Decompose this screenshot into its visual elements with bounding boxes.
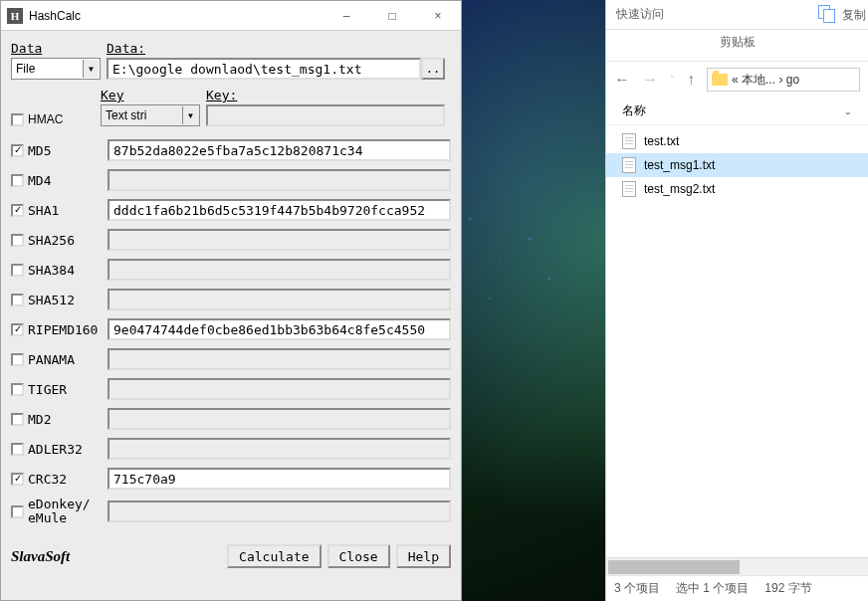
key-input[interactable] <box>206 104 445 126</box>
up-button[interactable]: ↑ <box>687 71 695 89</box>
hash-checkbox-6[interactable]: ✓ <box>11 323 24 336</box>
hash-checkbox-4[interactable] <box>11 264 24 277</box>
key-format-dropdown[interactable]: Text stri ▼ <box>101 104 200 126</box>
explorer-window: 快速访问 复制 剪贴板 ← → ˅ ↑ « 本地... › go 名称 ⌃ te… <box>605 0 868 601</box>
hash-row-sha1: ✓SHA1dddc1fa6b21b6d5c5319f447b5b4b9720fc… <box>11 196 451 224</box>
hash-row-md4: MD4 <box>11 166 451 194</box>
hash-label-3: SHA256 <box>28 233 108 248</box>
chevron-down-icon: ▼ <box>182 106 198 124</box>
hash-checkbox-7[interactable] <box>11 353 24 366</box>
hash-checkbox-9[interactable] <box>11 413 24 426</box>
hash-label-4: SHA384 <box>28 263 108 278</box>
hash-output-3[interactable] <box>108 229 451 251</box>
file-name: test.txt <box>644 134 679 148</box>
column-name-label: 名称 <box>622 102 646 119</box>
browse-button[interactable]: .. <box>421 58 445 80</box>
status-size: 192 字节 <box>764 580 811 597</box>
horizontal-scrollbar[interactable] <box>606 557 868 575</box>
hash-output-5[interactable] <box>108 289 451 310</box>
data-label: Data: <box>107 41 445 56</box>
data-path-input[interactable]: E:\google downlaod\test_msg1.txt <box>107 58 421 80</box>
hash-output-11[interactable]: 715c70a9 <box>108 468 451 490</box>
hash-checkbox-1[interactable] <box>11 174 24 187</box>
key-label: Key: <box>206 88 445 102</box>
hash-row-sha512: SHA512 <box>11 286 451 313</box>
folder-icon <box>712 74 728 86</box>
chevron-up-icon: ⌃ <box>844 105 852 116</box>
hash-label-10: ADLER32 <box>28 442 108 457</box>
hmac-checkbox[interactable] <box>11 113 24 126</box>
hash-checkbox-8[interactable] <box>11 383 24 396</box>
hash-label-1: MD4 <box>28 173 108 188</box>
hash-output-7[interactable] <box>108 348 451 370</box>
hash-checkbox-12[interactable] <box>11 505 24 518</box>
hash-checkbox-5[interactable] <box>11 294 24 306</box>
file-icon <box>622 133 636 149</box>
hash-output-12[interactable] <box>108 501 451 522</box>
hash-label-2: SHA1 <box>28 203 108 218</box>
path-crumb-0[interactable]: 本地... <box>742 72 775 89</box>
hash-output-8[interactable] <box>108 378 451 400</box>
hash-label-5: SHA512 <box>28 293 108 307</box>
file-name: test_msg2.txt <box>644 182 715 196</box>
hash-row-adler32: ADLER32 <box>11 435 451 463</box>
back-button[interactable]: ← <box>614 71 630 89</box>
hash-label-6: RIPEMD160 <box>28 322 108 337</box>
data-format-value: File <box>16 62 35 76</box>
hashcalc-window: H HashCalc – □ × Data File ▼ Data: E:\go… <box>0 0 462 601</box>
hash-label-9: MD2 <box>28 412 108 427</box>
scrollbar-thumb[interactable] <box>608 560 740 574</box>
history-dropdown[interactable]: ˅ <box>670 75 675 85</box>
hmac-label: HMAC <box>28 112 63 126</box>
close-dialog-button[interactable]: Close <box>327 544 390 568</box>
hash-output-6[interactable]: 9e0474744def0cbe86ed1bb3b63b64c8fe5c4550 <box>108 318 451 340</box>
hash-label-12: eDonkey/ eMule <box>28 498 108 526</box>
address-bar[interactable]: « 本地... › go <box>707 68 860 92</box>
quick-access-label[interactable]: 快速访问 <box>616 6 664 23</box>
ribbon-top: 快速访问 复制 <box>606 0 868 30</box>
hash-output-9[interactable] <box>108 408 451 430</box>
data-format-dropdown[interactable]: File ▼ <box>11 58 101 80</box>
hashcalc-body: Data File ▼ Data: E:\google downlaod\tes… <box>1 31 461 600</box>
hash-checkbox-3[interactable] <box>11 234 24 247</box>
hash-row-ripemd160: ✓RIPEMD1609e0474744def0cbe86ed1bb3b63b64… <box>11 315 451 343</box>
hash-label-11: CRC32 <box>28 472 108 487</box>
calculate-button[interactable]: Calculate <box>227 544 321 568</box>
minimize-button[interactable]: – <box>324 1 369 31</box>
clipboard-group-label: 剪贴板 <box>606 30 868 52</box>
titlebar[interactable]: H HashCalc – □ × <box>1 1 461 31</box>
file-row[interactable]: test.txt <box>606 129 868 153</box>
forward-button[interactable]: → <box>642 71 658 89</box>
hash-output-0[interactable]: 87b52da8022e5fba7a5c12b820871c34 <box>108 139 451 161</box>
status-bar: 3 个项目 选中 1 个项目 192 字节 <box>606 575 868 601</box>
hash-row-tiger: TIGER <box>11 375 451 403</box>
app-icon: H <box>7 8 23 24</box>
data-format-label: Data <box>11 41 101 56</box>
hash-label-7: PANAMA <box>28 352 108 367</box>
hash-output-1[interactable] <box>108 169 451 191</box>
column-header[interactable]: 名称 ⌃ <box>606 98 868 125</box>
copy-icon[interactable] <box>818 5 838 25</box>
maximize-button[interactable]: □ <box>369 1 415 31</box>
help-button[interactable]: Help <box>396 544 451 568</box>
hash-row-md2: MD2 <box>11 405 451 433</box>
path-crumb-1[interactable]: go <box>786 73 799 87</box>
hash-checkbox-2[interactable]: ✓ <box>11 204 24 217</box>
hash-row-sha384: SHA384 <box>11 256 451 284</box>
file-icon <box>622 181 636 197</box>
file-icon <box>622 157 636 173</box>
file-row[interactable]: test_msg2.txt <box>606 177 868 201</box>
hash-checkbox-0[interactable]: ✓ <box>11 144 24 157</box>
file-name: test_msg1.txt <box>644 158 715 172</box>
hash-output-2[interactable]: dddc1fa6b21b6d5c5319f447b5b4b9720fcca952 <box>108 199 451 221</box>
hash-output-4[interactable] <box>108 259 451 281</box>
hash-checkbox-10[interactable] <box>11 443 24 456</box>
hash-label-0: MD5 <box>28 143 108 158</box>
chevron-down-icon: ▼ <box>83 60 99 78</box>
hash-checkbox-11[interactable]: ✓ <box>11 473 24 486</box>
hash-row-panama: PANAMA <box>11 345 451 373</box>
file-row[interactable]: test_msg1.txt <box>606 153 868 177</box>
key-format-label: Key <box>101 88 200 102</box>
hash-output-10[interactable] <box>108 438 451 460</box>
close-button[interactable]: × <box>415 1 461 31</box>
